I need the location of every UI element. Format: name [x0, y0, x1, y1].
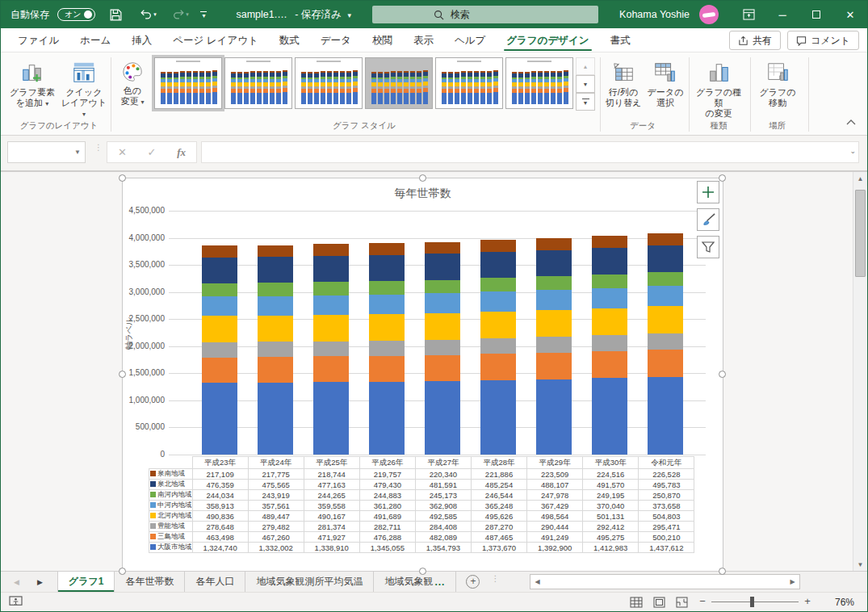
bar-segment-北河内地域[interactable]	[425, 313, 460, 340]
category-header-cell[interactable]: 平成24年	[248, 457, 304, 469]
selection-handle[interactable]	[719, 568, 726, 575]
scroll-up-icon[interactable]: ▲	[853, 172, 867, 186]
category-header-cell[interactable]: 平成29年	[527, 457, 583, 469]
bar-segment-北河内地域[interactable]	[536, 310, 572, 337]
y-axis-tick-label[interactable]: 3,000,000	[124, 287, 165, 296]
chart-style-thumbnail[interactable]	[154, 57, 222, 109]
scroll-right-icon[interactable]: ▶	[786, 575, 799, 589]
bar-segment-北河内地域[interactable]	[648, 306, 683, 333]
change-chart-type-button[interactable]: グラフの種類の変更	[694, 57, 744, 120]
bar-segment-大阪市地域[interactable]	[480, 380, 516, 455]
zoom-level[interactable]: 76%	[822, 597, 854, 608]
series-label-cell[interactable]: 三島地域	[149, 532, 193, 543]
chart-style-thumbnail[interactable]	[224, 57, 292, 109]
ribbon-tab-挿入[interactable]: 挿入	[121, 28, 162, 52]
series-label-cell[interactable]: 泉北地域	[149, 480, 193, 490]
bar-segment-中河内地域[interactable]	[202, 296, 237, 316]
autosave-toggle[interactable]: オン	[57, 8, 95, 21]
y-axis-tick-label[interactable]: 4,000,000	[124, 233, 165, 242]
change-colors-button[interactable]: 色の変更 ▾	[113, 57, 152, 120]
bar-segment-大阪市地域[interactable]	[202, 383, 237, 455]
bar-segment-中河内地域[interactable]	[592, 288, 627, 308]
bar-segment-大阪市地域[interactable]	[536, 379, 572, 455]
ribbon-tab-ページ レイアウト[interactable]: ページ レイアウト	[162, 28, 269, 52]
y-axis-tick-label[interactable]: 2,500,000	[124, 314, 165, 323]
bar-segment-南河内地域[interactable]	[425, 280, 460, 293]
bar-segment-中河内地域[interactable]	[258, 296, 293, 316]
bar-segment-豊能地域[interactable]	[369, 341, 405, 356]
bar-segment-豊能地域[interactable]	[425, 340, 460, 355]
sheet-tab-地域気象観測所平均気温[interactable]: 地域気象観測所平均気温	[245, 572, 374, 592]
customize-toolbar-button[interactable]: ▾	[200, 11, 207, 18]
sheet-nav-next-button[interactable]: ▶	[37, 578, 43, 586]
y-axis-tick-label[interactable]: 2,000,000	[124, 342, 165, 350]
bar-segment-大阪市地域[interactable]	[313, 382, 349, 455]
series-label-cell[interactable]: 中河内地域	[149, 501, 193, 511]
bar-segment-泉北地域[interactable]	[202, 258, 237, 283]
scroll-down-icon[interactable]: ▼	[853, 558, 867, 572]
page-break-view-button[interactable]	[672, 595, 691, 610]
ribbon-tab-グラフのデザイン[interactable]: グラフのデザイン	[496, 28, 599, 52]
sheet-tab-グラフ1[interactable]: グラフ1	[57, 572, 115, 592]
bar-segment-豊能地域[interactable]	[313, 342, 349, 357]
user-name[interactable]: Kohama Yoshie	[619, 9, 690, 20]
sheet-tab-各年世帯数[interactable]: 各年世帯数	[115, 572, 185, 592]
document-title[interactable]: sample1.… - 保存済み ▾	[236, 8, 351, 22]
vertical-scrollbar[interactable]: ▲ ▼	[853, 172, 866, 572]
bar-segment-泉北地域[interactable]	[592, 248, 627, 275]
bar-segment-三島地域[interactable]	[258, 357, 293, 382]
select-data-button[interactable]: データの選択	[645, 57, 686, 120]
bar-segment-泉北地域[interactable]	[258, 257, 293, 283]
add-chart-element-button[interactable]: グラフ要素を追加 ▾	[7, 57, 57, 120]
bar-segment-泉南地域[interactable]	[425, 242, 460, 254]
bar-segment-北河内地域[interactable]	[202, 316, 237, 342]
selection-handle[interactable]	[119, 568, 126, 575]
bar-segment-大阪市地域[interactable]	[369, 382, 405, 455]
bar-segment-北河内地域[interactable]	[369, 314, 405, 341]
zoom-in-button[interactable]: +	[802, 595, 813, 607]
bar-segment-南河内地域[interactable]	[536, 276, 572, 290]
bar-segment-大阪市地域[interactable]	[648, 377, 683, 455]
series-label-cell[interactable]: 泉南地域	[149, 469, 193, 480]
bar-segment-泉南地域[interactable]	[480, 240, 516, 252]
category-header-cell[interactable]: 平成23年	[192, 457, 248, 469]
bar-segment-泉北地域[interactable]	[313, 256, 349, 282]
redo-button[interactable]: ▾	[168, 5, 192, 24]
bar-segment-豊能地域[interactable]	[648, 333, 683, 350]
save-icon[interactable]	[103, 5, 128, 24]
bar-segment-三島地域[interactable]	[648, 350, 683, 377]
ribbon-tab-ファイル[interactable]: ファイル	[7, 28, 69, 52]
selection-handle[interactable]	[719, 174, 726, 182]
ribbon-tab-数式[interactable]: 数式	[269, 28, 310, 52]
y-axis-tick-label[interactable]: 3,500,000	[124, 260, 165, 269]
bar-segment-泉北地域[interactable]	[425, 254, 460, 279]
bar-segment-泉南地域[interactable]	[648, 233, 683, 245]
close-button[interactable]: ✕	[833, 1, 867, 28]
bar-segment-中河内地域[interactable]	[480, 291, 516, 312]
maximize-button[interactable]	[799, 1, 833, 28]
switch-row-column-button[interactable]: 行/列の切り替え	[603, 57, 644, 120]
bar-segment-三島地域[interactable]	[369, 356, 405, 382]
chart-filters-button[interactable]	[697, 236, 719, 258]
ribbon-tab-ホーム[interactable]: ホーム	[69, 28, 121, 52]
share-button[interactable]: 共有	[729, 31, 781, 50]
bar-segment-泉南地域[interactable]	[369, 243, 405, 255]
bar-segment-泉北地域[interactable]	[648, 245, 683, 272]
bar-segment-三島地域[interactable]	[480, 354, 516, 380]
chart-style-thumbnail[interactable]	[295, 57, 363, 109]
vertical-scroll-thumb[interactable]	[855, 190, 866, 277]
cancel-entry-button[interactable]: ✕	[118, 146, 127, 158]
zoom-out-button[interactable]: −	[697, 595, 708, 607]
bar-segment-泉南地域[interactable]	[536, 238, 572, 250]
ribbon-tab-書式[interactable]: 書式	[600, 28, 641, 52]
bar-segment-南河内地域[interactable]	[369, 281, 405, 294]
insert-function-button[interactable]: fx	[177, 146, 186, 159]
bar-segment-北河内地域[interactable]	[592, 308, 627, 336]
bar-segment-泉南地域[interactable]	[313, 244, 349, 256]
bar-segment-大阪市地域[interactable]	[592, 378, 627, 455]
y-axis-tick-label[interactable]: 1,500,000	[124, 368, 165, 377]
bar-segment-三島地域[interactable]	[536, 353, 572, 379]
bar-segment-三島地域[interactable]	[592, 351, 627, 378]
y-axis-tick-label[interactable]: 4,500,000	[124, 206, 165, 215]
bar-segment-南河内地域[interactable]	[592, 275, 627, 288]
